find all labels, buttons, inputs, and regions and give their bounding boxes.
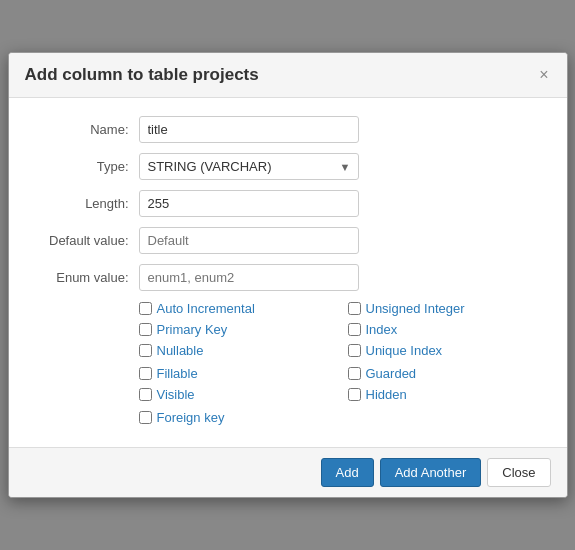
hidden-row: Hidden — [348, 387, 547, 402]
hidden-checkbox[interactable] — [348, 388, 361, 401]
index-row: Index — [348, 322, 547, 337]
checkbox-grid-bottom: Fillable Guarded Visible Hidden — [139, 366, 547, 402]
fillable-row: Fillable — [139, 366, 338, 381]
enum-value-input[interactable] — [139, 264, 359, 291]
primary-key-checkbox[interactable] — [139, 323, 152, 336]
fillable-checkbox[interactable] — [139, 367, 152, 380]
name-input[interactable] — [139, 116, 359, 143]
type-select[interactable]: STRING (VARCHAR) INTEGER BIGINT FLOAT DO… — [139, 153, 359, 180]
add-button[interactable]: Add — [321, 458, 374, 487]
name-label: Name: — [29, 122, 139, 137]
length-label: Length: — [29, 196, 139, 211]
default-value-input[interactable] — [139, 227, 359, 254]
primary-key-label[interactable]: Primary Key — [157, 322, 228, 337]
foreign-key-label[interactable]: Foreign key — [157, 410, 225, 425]
length-row: Length: — [29, 190, 547, 217]
type-select-wrapper: STRING (VARCHAR) INTEGER BIGINT FLOAT DO… — [139, 153, 359, 180]
guarded-row: Guarded — [348, 366, 547, 381]
unsigned-integer-row: Unsigned Integer — [348, 301, 547, 316]
index-checkbox[interactable] — [348, 323, 361, 336]
foreign-key-row: Foreign key — [139, 410, 547, 425]
unique-index-checkbox[interactable] — [348, 344, 361, 357]
modal-close-x-button[interactable]: × — [537, 67, 550, 83]
enum-value-label: Enum value: — [29, 270, 139, 285]
add-another-button[interactable]: Add Another — [380, 458, 482, 487]
modal-header: Add column to table projects × — [9, 53, 567, 98]
guarded-checkbox[interactable] — [348, 367, 361, 380]
nullable-label[interactable]: Nullable — [157, 343, 204, 358]
type-row: Type: STRING (VARCHAR) INTEGER BIGINT FL… — [29, 153, 547, 180]
foreign-key-checkbox[interactable] — [139, 411, 152, 424]
add-column-modal: Add column to table projects × Name: Typ… — [8, 52, 568, 498]
name-row: Name: — [29, 116, 547, 143]
default-value-row: Default value: — [29, 227, 547, 254]
modal-body: Name: Type: STRING (VARCHAR) INTEGER BIG… — [9, 98, 567, 435]
primary-key-row: Primary Key — [139, 322, 338, 337]
auto-incremental-row: Auto Incremental — [139, 301, 338, 316]
unsigned-integer-checkbox[interactable] — [348, 302, 361, 315]
guarded-label[interactable]: Guarded — [366, 366, 417, 381]
unique-index-label[interactable]: Unique Index — [366, 343, 443, 358]
auto-incremental-checkbox[interactable] — [139, 302, 152, 315]
modal-footer: Add Add Another Close — [9, 447, 567, 497]
hidden-label[interactable]: Hidden — [366, 387, 407, 402]
modal-title: Add column to table projects — [25, 65, 259, 85]
checkbox-grid-top: Auto Incremental Unsigned Integer Primar… — [139, 301, 547, 358]
visible-row: Visible — [139, 387, 338, 402]
unsigned-integer-label[interactable]: Unsigned Integer — [366, 301, 465, 316]
index-label[interactable]: Index — [366, 322, 398, 337]
fillable-label[interactable]: Fillable — [157, 366, 198, 381]
auto-incremental-label[interactable]: Auto Incremental — [157, 301, 255, 316]
nullable-checkbox[interactable] — [139, 344, 152, 357]
close-button[interactable]: Close — [487, 458, 550, 487]
nullable-row: Nullable — [139, 343, 338, 358]
unique-index-row: Unique Index — [348, 343, 547, 358]
default-value-label: Default value: — [29, 233, 139, 248]
length-input[interactable] — [139, 190, 359, 217]
type-label: Type: — [29, 159, 139, 174]
enum-value-row: Enum value: — [29, 264, 547, 291]
checkboxes-area: Auto Incremental Unsigned Integer Primar… — [139, 301, 547, 425]
visible-checkbox[interactable] — [139, 388, 152, 401]
visible-label[interactable]: Visible — [157, 387, 195, 402]
